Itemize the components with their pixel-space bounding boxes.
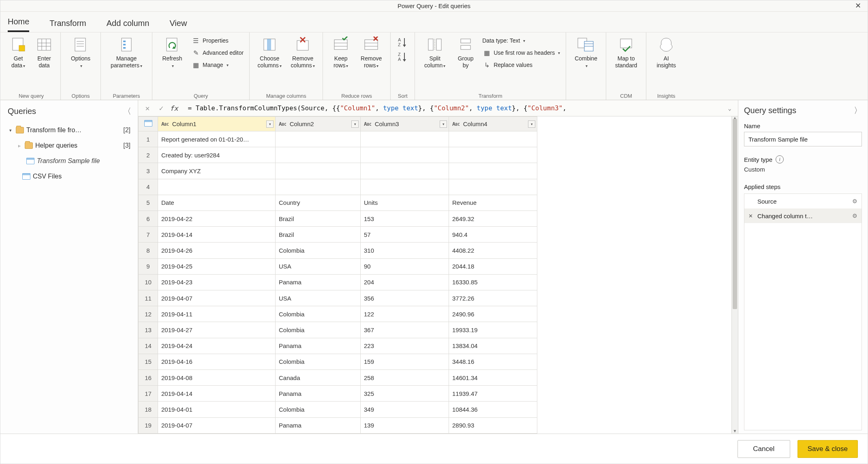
cell[interactable]: 90 (361, 258, 449, 274)
cell[interactable] (276, 147, 361, 163)
formula-accept-button[interactable]: ✓ (156, 104, 167, 112)
cell[interactable]: Colombia (276, 402, 361, 417)
split-column-button[interactable]: Split column▾ (418, 33, 451, 70)
cell[interactable]: Country (276, 195, 361, 211)
row-number[interactable]: 18 (139, 402, 158, 417)
cell[interactable]: Panama (276, 338, 361, 354)
cancel-button[interactable]: Cancel (738, 440, 790, 458)
cell[interactable] (449, 131, 537, 147)
cell[interactable]: 367 (361, 322, 449, 338)
cell[interactable]: Colombia (276, 354, 361, 369)
tree-item-transform-sample[interactable]: Transform Sample file (5, 153, 136, 169)
combine-button[interactable]: Combine▾ (569, 33, 603, 70)
cell[interactable]: 349 (361, 402, 449, 417)
tree-item-helper-queries[interactable]: ▹ Helper queries [3] (5, 138, 136, 153)
keep-rows-button[interactable]: Keep rows▾ (326, 33, 355, 70)
row-number[interactable]: 2 (139, 147, 158, 163)
cell[interactable]: 13834.04 (449, 338, 537, 354)
cell[interactable]: 122 (361, 306, 449, 322)
table-row[interactable]: 162019-04-08Canada25814601.34 (139, 370, 537, 386)
cell[interactable]: 258 (361, 370, 449, 386)
cell[interactable]: Units (361, 195, 449, 211)
table-row[interactable]: 82019-04-26Colombia3104408.22 (139, 243, 537, 258)
cell[interactable]: 325 (361, 386, 449, 402)
cell[interactable]: Revenue (449, 195, 537, 211)
cell[interactable]: Colombia (276, 306, 361, 322)
cell[interactable] (361, 179, 449, 195)
cell[interactable]: 2019-04-27 (158, 322, 276, 338)
cell[interactable]: 2019-04-24 (158, 338, 276, 354)
cell[interactable] (361, 147, 449, 163)
table-row[interactable]: 152019-04-16Colombia1593448.16 (139, 354, 537, 369)
row-number[interactable]: 15 (139, 354, 158, 369)
cell[interactable]: 2019-04-08 (158, 370, 276, 386)
data-grid[interactable]: ABC Column1 ▾ ABC Column2 ▾ (138, 116, 537, 434)
cell[interactable]: Panama (276, 417, 361, 433)
table-row[interactable]: 4 (139, 179, 537, 195)
formula-text[interactable]: = Table.TransformColumnTypes(Source, {{"… (188, 104, 722, 112)
cell[interactable]: Report generated on 01-01-20… (158, 131, 276, 147)
table-row[interactable]: 1Report generated on 01-01-20… (139, 131, 537, 147)
column-header-1[interactable]: ABC Column1 ▾ (158, 117, 276, 131)
first-row-headers-button[interactable]: ▦ Use first row as headers ▾ (482, 47, 560, 58)
cell[interactable]: 2019-04-22 (158, 211, 276, 227)
gear-icon[interactable]: ⚙ (852, 213, 857, 219)
tab-home[interactable]: Home (8, 17, 29, 32)
tab-view[interactable]: View (169, 19, 187, 32)
cell[interactable]: 356 (361, 290, 449, 306)
table-row[interactable]: 172019-04-14Panama32511939.47 (139, 386, 537, 402)
row-number[interactable]: 1 (139, 131, 158, 147)
get-data-button[interactable]: Get data▾ (5, 33, 31, 70)
cell[interactable]: 2019-04-14 (158, 386, 276, 402)
data-type-button[interactable]: Data type: Text ▾ (482, 35, 560, 46)
cell[interactable]: 223 (361, 338, 449, 354)
properties-button[interactable]: ☰ Properties (191, 35, 244, 46)
cell[interactable]: 3448.16 (449, 354, 537, 369)
cell[interactable]: 10844.36 (449, 402, 537, 417)
cell[interactable]: 2019-04-14 (158, 227, 276, 243)
info-icon[interactable]: i (776, 155, 784, 163)
grid-corner[interactable] (139, 117, 158, 131)
table-row[interactable]: 132019-04-27Colombia36719933.19 (139, 322, 537, 338)
table-row[interactable]: 3Company XYZ (139, 163, 537, 179)
cell[interactable]: Brazil (276, 227, 361, 243)
tree-item-transform-file[interactable]: ▾ Transform file fro… [2] (5, 122, 136, 138)
tree-expand-icon[interactable]: ▾ (8, 128, 13, 133)
enter-data-button[interactable]: Enter data (31, 33, 57, 70)
cell[interactable]: Canada (276, 370, 361, 386)
cell[interactable]: Company XYZ (158, 163, 276, 179)
cell[interactable]: 11939.47 (449, 386, 537, 402)
table-row[interactable]: 122019-04-11Colombia1222490.96 (139, 306, 537, 322)
row-number[interactable]: 8 (139, 243, 158, 258)
table-row[interactable]: 112019-04-07USA3563772.26 (139, 290, 537, 306)
vertical-scrollbar[interactable]: ▲ ▼ (731, 116, 738, 434)
cell[interactable] (158, 179, 276, 195)
table-row[interactable]: 2Created by: user9284 (139, 147, 537, 163)
refresh-button[interactable]: Refresh▾ (156, 33, 189, 70)
cell[interactable]: 2019-04-11 (158, 306, 276, 322)
table-row[interactable]: 5DateCountryUnitsRevenue (139, 195, 537, 211)
cell[interactable]: 4408.22 (449, 243, 537, 258)
table-row[interactable]: 192019-04-07Panama1392890.93 (139, 417, 537, 433)
fx-icon[interactable]: fx (170, 104, 178, 112)
row-number[interactable]: 17 (139, 386, 158, 402)
cell[interactable]: 2044.18 (449, 258, 537, 274)
cell[interactable]: 2019-04-23 (158, 274, 276, 290)
cell[interactable] (449, 147, 537, 163)
tree-expand-icon[interactable]: ▹ (17, 143, 22, 148)
cell[interactable]: 3772.26 (449, 290, 537, 306)
row-number[interactable]: 3 (139, 163, 158, 179)
tab-transform[interactable]: Transform (49, 19, 86, 32)
cell[interactable]: 2019-04-25 (158, 258, 276, 274)
row-number[interactable]: 12 (139, 306, 158, 322)
sort-asc-button[interactable]: AZ (397, 37, 408, 48)
step-source[interactable]: Source ⚙ (744, 194, 862, 208)
cell[interactable]: 2019-04-26 (158, 243, 276, 258)
row-number[interactable]: 7 (139, 227, 158, 243)
cell[interactable]: Panama (276, 386, 361, 402)
cell[interactable]: 2019-04-16 (158, 354, 276, 369)
cell[interactable]: 16330.85 (449, 274, 537, 290)
column-filter-button[interactable]: ▾ (351, 120, 359, 128)
manage-query-button[interactable]: ▦ Manage ▾ (191, 59, 244, 71)
cell[interactable]: Brazil (276, 211, 361, 227)
